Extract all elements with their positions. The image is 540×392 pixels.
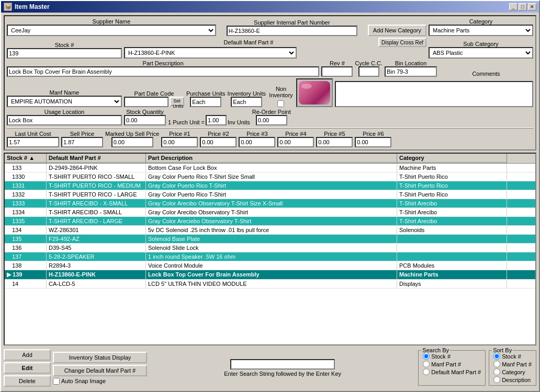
search-stock-radio-label[interactable]: Stock # (423, 353, 481, 360)
re-order-label: Re-Order Point (252, 109, 291, 115)
cycle-cc-input[interactable] (358, 66, 379, 77)
sort-desc-radio-label[interactable]: Description (493, 376, 532, 383)
sort-stock-radio-label[interactable]: Stock # (493, 353, 532, 360)
col-header-desc[interactable]: Part Description (146, 154, 397, 163)
sub-category-select[interactable]: ABS Plastic (429, 47, 533, 59)
bin-location-input[interactable] (385, 66, 437, 77)
cell-stock: 135 (5, 235, 47, 243)
cell-cat: PCB Modules (397, 261, 507, 270)
sell-price-input[interactable] (61, 137, 103, 147)
price4-label: Price #4 (285, 131, 306, 137)
stock-num-input[interactable] (7, 48, 122, 59)
price4-input[interactable] (277, 137, 314, 147)
table-row[interactable]: 135 F29-492-AZ Solenoid Base Plate (5, 235, 535, 244)
bin-location-label: Bin Location (395, 60, 427, 66)
table-row[interactable]: 1334 T-SHIRT ARECIBO - SMALL Gray Color … (5, 208, 535, 217)
marked-up-sell-input[interactable] (111, 137, 153, 147)
cell-stock: 1331 (5, 181, 47, 190)
edit-button[interactable]: Edit (4, 362, 51, 374)
minimize-button[interactable]: _ (509, 3, 518, 10)
row-supplier: Supplier Name CeeJay Supplier Internal P… (7, 18, 533, 36)
table-row[interactable]: 14 CA-LCD-5 LCD 5" ULTRA THIN VIDEO MODU… (5, 280, 535, 289)
table-row[interactable]: 138 R2894-3 Voice Control Module PCB Mod… (5, 261, 535, 270)
search-stock-radio[interactable] (423, 353, 430, 360)
display-cross-ref-button[interactable]: Display Cross Ref (378, 38, 426, 47)
price2-input[interactable] (200, 137, 237, 147)
cell-manf: D39-S45 (47, 244, 146, 252)
maximize-button[interactable]: □ (519, 3, 527, 10)
supplier-internal-input[interactable] (227, 26, 357, 36)
non-inventory-checkbox[interactable] (277, 100, 284, 107)
sort-manf-radio-label[interactable]: Manf Part # (493, 361, 532, 367)
grid-body[interactable]: 133 D-2949-2864-PINK Bottom Case For Loc… (5, 164, 535, 344)
window-title: Item Master (15, 3, 50, 10)
one-purch-input[interactable] (206, 115, 227, 125)
price3-input[interactable] (239, 137, 275, 147)
cell-cat (397, 252, 507, 261)
col-header-stock[interactable]: Stock # ▲ (5, 154, 47, 163)
stock-qty-input[interactable] (124, 115, 166, 125)
part-desc-input[interactable] (7, 66, 319, 77)
table-row[interactable]: 1331 T-SHIRT PUERTO RICO - MEDIUM Gray C… (5, 181, 535, 190)
data-grid: Stock # ▲ Default Manf Part # Part Descr… (4, 153, 536, 345)
last-unit-cost-input[interactable] (7, 137, 59, 147)
price1-input[interactable] (161, 137, 198, 147)
inventory-status-button[interactable]: Inventory Status Display (53, 352, 147, 363)
default-manf-select[interactable]: H-Z13860-E-PINK (124, 47, 297, 59)
table-row[interactable]: 1333 T-SHIRT ARECIBO - X-SMALL Gray Colo… (5, 199, 535, 208)
close-button[interactable]: ✕ (528, 3, 536, 10)
part-date-code-input[interactable] (124, 97, 168, 107)
cell-desc: Gray Color Puerto Rico T-Shirt (146, 181, 397, 190)
col-header-manf[interactable]: Default Manf Part # (47, 154, 146, 163)
row-manf: Manf Name EMPIRE AUTOMATION Part Date Co… (7, 78, 533, 107)
inventory-units-input[interactable] (231, 97, 262, 107)
rev-input[interactable] (321, 66, 353, 77)
sort-cat-radio-label[interactable]: Category (493, 368, 532, 375)
sub-category-label: Sub Category (463, 41, 498, 47)
add-new-category-button[interactable]: Add New Category (368, 25, 426, 36)
inventory-units-label: Inventory Units (228, 90, 266, 97)
cell-stock: ▶ 139 (5, 270, 47, 279)
table-row[interactable]: 134 WZ-286301 5v DC Solenoid .25 inch th… (5, 226, 535, 235)
cell-stock: 14 (5, 280, 47, 288)
cell-stock: 1334 (5, 208, 47, 216)
stock-num-label: Stock # (55, 42, 74, 48)
table-row[interactable]: ▶ 139 H-Z13860-E-PINK Lock Box Top Cover… (5, 270, 535, 280)
category-select[interactable]: Machine Parts (429, 25, 533, 36)
cell-cat: T-Shirt Arecibo (397, 208, 507, 216)
change-manf-button[interactable]: Change Default Manf Part # (53, 365, 147, 376)
delete-button[interactable]: Delete (4, 375, 51, 387)
comments-box[interactable] (335, 81, 533, 107)
sort-cat-radio[interactable] (493, 368, 500, 375)
cell-cat (397, 235, 507, 243)
set-units-button[interactable]: Set Units (170, 97, 184, 106)
price5-input[interactable] (316, 137, 353, 147)
usage-location-input[interactable] (7, 115, 122, 125)
purchase-units-input[interactable] (190, 97, 221, 107)
table-row[interactable]: 136 D39-S45 Solenoid Slide Lock (5, 244, 535, 252)
sort-desc-radio[interactable] (493, 376, 500, 383)
search-default-radio-label[interactable]: Default Manf Part # (423, 368, 481, 375)
sort-stock-radio[interactable] (493, 353, 500, 360)
title-bar: 📦 Item Master _ □ ✕ (1, 1, 539, 13)
col-header-cat[interactable]: Category (397, 154, 507, 163)
search-input[interactable] (230, 359, 335, 370)
manf-name-select[interactable]: EMPIRE AUTOMATION (7, 96, 122, 107)
table-row[interactable]: 137 5-28-2-SPEAKER 1 inch round Speaker … (5, 252, 535, 261)
search-default-radio[interactable] (423, 368, 430, 375)
sort-manf-radio[interactable] (493, 361, 500, 367)
auto-snap-checkbox[interactable] (53, 378, 60, 385)
supplier-name-select[interactable]: CeeJay (7, 25, 216, 36)
cell-desc: Bottom Case For Lock Box (146, 164, 397, 172)
price6-input[interactable] (355, 137, 391, 147)
table-row[interactable]: 133 D-2949-2864-PINK Bottom Case For Loc… (5, 164, 535, 172)
add-button[interactable]: Add (4, 349, 51, 361)
table-row[interactable]: 1335 T-SHIRT ARECIBO - LARGE Gray Color … (5, 217, 535, 226)
search-manf-radio[interactable] (423, 361, 430, 367)
cell-stock: 1330 (5, 172, 47, 181)
search-manf-radio-label[interactable]: Manf Part # (423, 361, 481, 367)
grid-header: Stock # ▲ Default Manf Part # Part Descr… (5, 154, 535, 164)
table-row[interactable]: 1330 T-SHIRT PUERTO RICO -SMALL Gray Col… (5, 172, 535, 181)
re-order-input[interactable] (256, 115, 287, 125)
table-row[interactable]: 1332 T-SHIRT PUERTO RICO - LARGE Gray Co… (5, 190, 535, 199)
